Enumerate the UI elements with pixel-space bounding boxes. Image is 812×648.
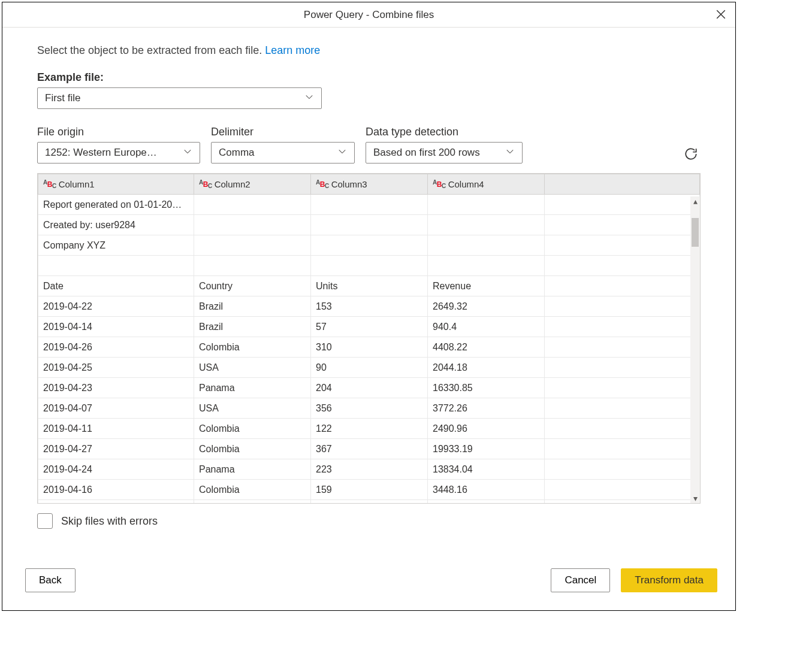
scroll-down-arrow-icon[interactable]: ▾ — [690, 493, 700, 503]
skip-errors-label: Skip files with errors — [61, 515, 158, 528]
table-cell: 4408.22 — [428, 337, 545, 358]
table-cell — [428, 235, 545, 256]
table-cell: 3772.26 — [428, 398, 545, 419]
table-row[interactable]: Company XYZ — [38, 235, 700, 256]
table-cell: Country — [194, 276, 311, 296]
table-row[interactable]: 2019-04-16Colombia1593448.16 — [38, 480, 700, 500]
table-cell: 2649.32 — [428, 296, 545, 317]
table-row[interactable]: 2019-04-14Brazil57940.4 — [38, 317, 700, 337]
table-cell: 159 — [311, 480, 428, 500]
preview-table: ABCColumn1 ABCColumn2 ABCColumn3 ABCColu… — [38, 174, 700, 504]
table-cell: 2019-04-16 — [38, 480, 194, 500]
table-cell: Date — [38, 276, 194, 296]
delimiter-select[interactable]: Comma — [211, 142, 355, 163]
scrollbar-track[interactable] — [690, 206, 700, 493]
column-name: Column2 — [215, 179, 250, 189]
table-cell — [545, 276, 700, 296]
table-cell — [545, 419, 700, 439]
table-cell — [194, 215, 311, 235]
table-cell: Colombia — [194, 439, 311, 459]
table-cell — [311, 195, 428, 215]
table-cell — [194, 235, 311, 256]
text-type-icon: ABC — [316, 181, 329, 188]
column-header[interactable]: ABCColumn4 — [428, 174, 545, 195]
table-cell: 3448.16 — [428, 480, 545, 500]
chevron-down-icon — [183, 147, 192, 159]
table-cell: 13834.04 — [428, 459, 545, 480]
table-row[interactable]: Created by: user9284 — [38, 215, 700, 235]
table-cell — [545, 215, 700, 235]
table-cell: Company XYZ — [38, 235, 194, 256]
close-icon[interactable] — [713, 6, 729, 23]
back-button[interactable]: Back — [25, 568, 76, 592]
table-cell: Brazil — [194, 317, 311, 337]
vertical-scrollbar[interactable]: ▴ ▾ — [690, 196, 700, 503]
column-header[interactable]: ABCColumn2 — [194, 174, 311, 195]
table-cell: 2490.96 — [428, 419, 545, 439]
chevron-down-icon — [304, 92, 314, 104]
table-cell: 356 — [311, 398, 428, 419]
table-cell: Panama — [194, 378, 311, 398]
table-cell: 2019-04-08 — [38, 500, 194, 504]
table-row[interactable]: 2019-04-23Panama20416330.85 — [38, 378, 700, 398]
detection-value: Based on first 200 rows — [373, 147, 480, 159]
table-row[interactable]: DateCountryUnitsRevenue — [38, 276, 700, 296]
table-row[interactable]: 2019-04-26Colombia3104408.22 — [38, 337, 700, 358]
table-row[interactable]: 2019-04-22Brazil1532649.32 — [38, 296, 700, 317]
refresh-icon[interactable] — [681, 144, 701, 163]
dialog-title: Power Query - Combine files — [304, 9, 434, 21]
table-cell: Created by: user9284 — [38, 215, 194, 235]
file-origin-select[interactable]: 1252: Western Europe… — [37, 142, 200, 163]
example-file-select[interactable]: First file — [37, 87, 322, 109]
table-cell — [545, 500, 700, 504]
text-type-icon: ABC — [199, 181, 212, 188]
table-cell: Units — [311, 276, 428, 296]
learn-more-link[interactable]: Learn more — [265, 44, 320, 56]
table-row[interactable]: 2019-04-07USA3563772.26 — [38, 398, 700, 419]
table-cell: Canada — [194, 500, 311, 504]
scrollbar-thumb[interactable] — [692, 218, 699, 247]
delimiter-value: Comma — [219, 147, 255, 159]
table-cell: 57 — [311, 317, 428, 337]
table-cell — [311, 235, 428, 256]
table-cell: 2019-04-23 — [38, 378, 194, 398]
table-cell — [194, 256, 311, 276]
table-cell — [545, 398, 700, 419]
table-row[interactable] — [38, 256, 700, 276]
detection-select[interactable]: Based on first 200 rows — [366, 142, 523, 163]
table-cell — [545, 235, 700, 256]
transform-data-button[interactable]: Transform data — [621, 568, 717, 592]
column-header[interactable]: ABCColumn3 — [311, 174, 428, 195]
table-cell — [194, 195, 311, 215]
table-cell: 940.4 — [428, 317, 545, 337]
table-cell: Colombia — [194, 419, 311, 439]
column-name: Column3 — [331, 179, 367, 189]
table-cell — [545, 439, 700, 459]
table-cell — [545, 480, 700, 500]
file-origin-label: File origin — [37, 126, 200, 138]
intro-static: Select the object to be extracted from e… — [37, 44, 265, 56]
table-cell: 2019-04-14 — [38, 317, 194, 337]
text-type-icon: ABC — [43, 181, 56, 188]
scroll-up-arrow-icon[interactable]: ▴ — [690, 196, 700, 206]
table-cell: USA — [194, 358, 311, 378]
table-cell — [545, 317, 700, 337]
table-cell: 90 — [311, 358, 428, 378]
table-cell — [428, 256, 545, 276]
table-header-row: ABCColumn1 ABCColumn2 ABCColumn3 ABCColu… — [38, 174, 700, 195]
example-file-value: First file — [45, 92, 81, 104]
table-cell: 2019-04-26 — [38, 337, 194, 358]
table-row[interactable]: 2019-04-24Panama22313834.04 — [38, 459, 700, 480]
table-row[interactable]: 2019-04-08Canada25814601.34 — [38, 500, 700, 504]
table-row[interactable]: 2019-04-11Colombia1222490.96 — [38, 419, 700, 439]
table-row[interactable]: 2019-04-27Colombia36719933.19 — [38, 439, 700, 459]
table-row[interactable]: 2019-04-25USA902044.18 — [38, 358, 700, 378]
table-cell: 204 — [311, 378, 428, 398]
cancel-button[interactable]: Cancel — [551, 568, 610, 592]
column-header[interactable]: ABCColumn1 — [38, 174, 194, 195]
table-row[interactable]: Report generated on 01-01-20… — [38, 195, 700, 215]
titlebar: Power Query - Combine files — [2, 2, 735, 28]
skip-errors-checkbox[interactable] — [37, 513, 53, 529]
table-cell: 2019-04-27 — [38, 439, 194, 459]
table-cell: Revenue — [428, 276, 545, 296]
